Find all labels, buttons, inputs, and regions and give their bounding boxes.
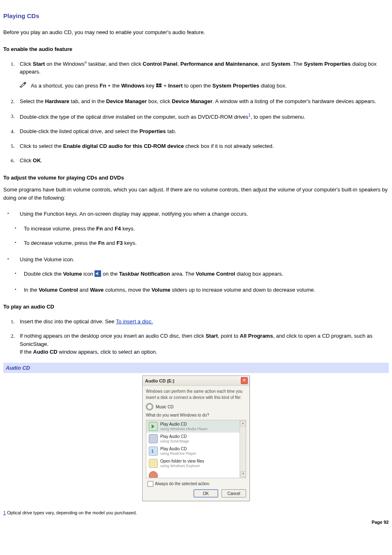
text: dialog box appears.	[235, 271, 283, 277]
bold: Start	[33, 61, 45, 67]
text: tab.	[166, 128, 176, 134]
footnote-text: Optical drive types vary, depending on t…	[6, 510, 137, 515]
scroll-up-icon[interactable]: ▲	[240, 421, 246, 426]
text: Double click the	[24, 271, 63, 277]
step-1: 1. Click Start on the Windows® taskbar, …	[3, 60, 389, 91]
option-sublabel: using SonicStage	[160, 439, 189, 443]
intro-para: Before you play an audio CD, you may nee…	[3, 28, 389, 37]
bold: F4	[115, 226, 121, 232]
step-3: 3. Double-click the type of the optical …	[3, 112, 389, 121]
realone-icon	[149, 447, 158, 456]
scroll-down-icon[interactable]: ▼	[240, 471, 246, 477]
text: and	[78, 287, 90, 293]
text: To increase volume, press the	[24, 226, 96, 232]
bold: F3	[116, 240, 122, 246]
dialog-title: Audio CD (E:)	[145, 378, 174, 385]
text: As a shortcut, you can press	[31, 83, 100, 89]
text: .	[41, 157, 42, 164]
text: sliders up to increase volume and down t…	[171, 287, 316, 293]
bold: Start	[205, 333, 218, 339]
text: window appears, click to select an optio…	[58, 349, 157, 355]
option-label: Open folder to view files	[160, 459, 204, 464]
text: dialog box.	[259, 83, 287, 89]
always-label: Always do the selected action.	[155, 481, 210, 487]
step-6: 6. Click OK.	[3, 157, 389, 165]
bold: All Programs	[240, 333, 273, 339]
bold: Fn	[96, 226, 103, 232]
bullet-columns: In the Volume Control and Wave columns, …	[3, 286, 389, 294]
page-number: Page 92	[3, 519, 389, 526]
bold: System	[271, 61, 290, 67]
text: ,	[178, 61, 180, 67]
page-title: Playing CDs	[3, 12, 389, 21]
text: to open the	[183, 83, 212, 89]
bold: System Properties	[212, 83, 259, 89]
option-label: Play Audio CD	[160, 447, 196, 451]
bold: Insert	[168, 83, 182, 89]
bold: Fn	[100, 83, 106, 89]
scrollbar[interactable]: ▲ ▼	[240, 420, 246, 478]
option-explorer[interactable]: Open folder to view filesusing Windows E…	[146, 457, 240, 470]
text: . The	[290, 61, 304, 67]
text: In the	[24, 287, 39, 293]
text: Click	[20, 61, 33, 67]
bold: Properties	[139, 128, 166, 134]
bold: System Properties	[304, 61, 350, 67]
dialog-question: What do you want Windows to do?	[146, 412, 246, 418]
always-checkbox[interactable]	[148, 481, 153, 487]
cancel-button[interactable]: Cancel	[221, 489, 246, 497]
option-wmp[interactable]: Play Audio CDusing Windows Media Player	[146, 420, 240, 433]
ok-button[interactable]: OK	[194, 489, 218, 497]
step-2: 2. Select the Hardware tab, and in the D…	[3, 97, 389, 106]
text: on the	[101, 271, 119, 277]
option-sublabel: using Windows Explorer	[160, 464, 204, 468]
text: icon	[82, 271, 95, 277]
text: key	[145, 83, 156, 89]
text: , to open the submenu.	[251, 114, 305, 120]
option-realone[interactable]: Play Audio CDusing RealOne Player	[146, 445, 240, 457]
text: Click	[20, 157, 33, 164]
bold: Performance and Maintenance	[180, 61, 258, 67]
text: Click to select the	[20, 143, 63, 149]
bold: Audio CD	[33, 349, 58, 355]
bold: Taskbar Notification	[119, 271, 170, 277]
text: box, click	[147, 98, 172, 104]
text: keys.	[123, 240, 137, 246]
text: , point to	[218, 333, 240, 339]
option-list[interactable]: Play Audio CDusing Windows Media Player …	[146, 420, 246, 478]
heading-play-cd: To play an audio CD	[3, 303, 389, 311]
close-icon[interactable]: ×	[241, 377, 248, 384]
text: and	[105, 240, 117, 246]
dialog-desc: Windows can perform the same action each…	[146, 388, 246, 401]
speaker-icon	[95, 270, 101, 279]
play-step-1: 1. Insert the disc into the optical driv…	[3, 318, 389, 326]
play-step-2: 2. If nothing appears on the desktop onc…	[3, 332, 389, 356]
bold: Volume Control	[39, 287, 78, 293]
bold: Hardware	[45, 98, 69, 104]
option-partial[interactable]	[146, 470, 240, 478]
option-sonicstage[interactable]: Play Audio CDusing SonicStage	[146, 433, 240, 445]
text: , and	[258, 61, 272, 67]
bullet-increase: To increase volume, press the Fn and F4 …	[3, 225, 389, 233]
insert-disc-link[interactable]: To insert a disc.	[116, 318, 153, 325]
text: check box if it is not already selected.	[184, 143, 274, 149]
bullet-decrease: To decrease volume, press the Fn and F3 …	[3, 239, 389, 247]
option-label: Play Audio CD	[160, 434, 189, 439]
text: on the Windows	[45, 61, 84, 67]
text: If the	[20, 349, 33, 355]
text: Select the	[20, 98, 45, 104]
text: taskbar, and then click	[87, 61, 143, 67]
bold: Device Manager	[172, 98, 212, 104]
bold: Fn	[98, 240, 105, 246]
bullet-volume-icon: Using the Volume icon.	[3, 256, 389, 264]
bold: Wave	[90, 287, 104, 293]
option-sublabel: using RealOne Player	[160, 451, 196, 456]
dialog-media-type: Music CD	[156, 404, 173, 410]
bold: Device Manager	[106, 98, 147, 104]
bold: Volume	[63, 271, 82, 277]
volume-para: Some programs have built-in volume contr…	[3, 186, 389, 202]
text: + the	[106, 83, 121, 89]
bullet-fn-keys: Using the Function keys. An on-screen di…	[3, 210, 389, 218]
text: If nothing appears on the desktop once y…	[20, 333, 205, 339]
text: tab, and in the	[69, 98, 106, 104]
